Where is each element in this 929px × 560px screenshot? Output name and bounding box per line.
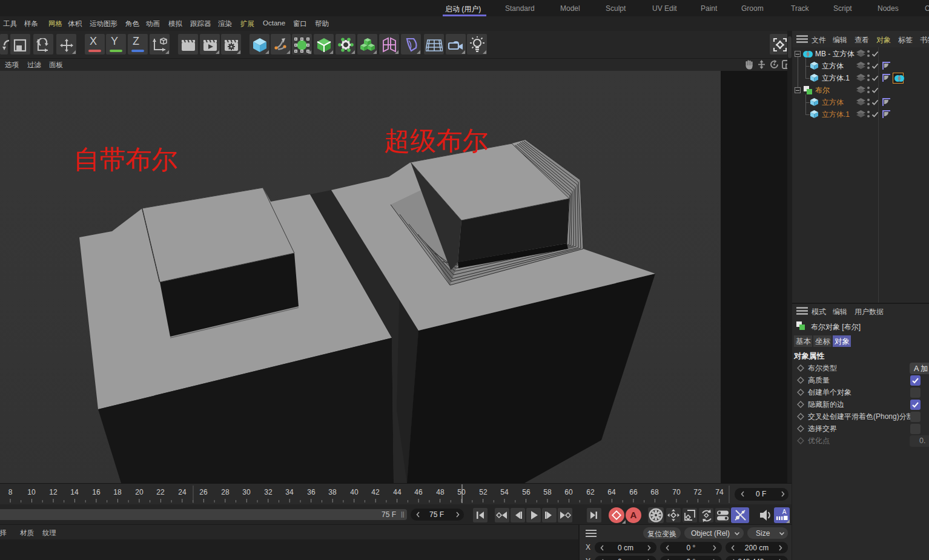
svg-text:A: A	[782, 509, 787, 515]
svg-text:自带布尔: 自带布尔	[73, 145, 177, 174]
svg-text:超级布尔: 超级布尔	[384, 126, 488, 155]
